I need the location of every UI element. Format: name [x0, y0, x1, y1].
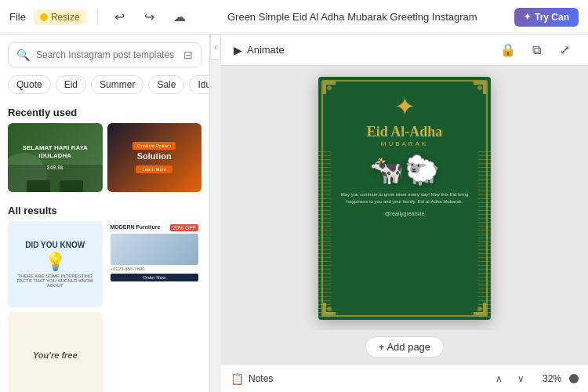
eid-pattern-left — [318, 150, 331, 320]
tag-sale[interactable]: Sale — [148, 75, 184, 94]
zoom-level: 32% — [534, 373, 561, 384]
svg-point-1 — [477, 85, 482, 90]
canvas-toolbar-right: 🔒 ⧉ ⤢ — [497, 39, 575, 61]
search-input[interactable] — [36, 49, 177, 60]
recently-used-grid: SELAMAT HARI RAYA IDULADHA 249.8k Creati… — [0, 123, 209, 200]
bottom-right: ∧ ∨ 32% — [490, 370, 579, 387]
tpl1-title: DID YOU KNOW — [25, 241, 85, 250]
recent-2-label: Creative Pattern — [132, 142, 176, 150]
main-layout: 🔍 ⊟ Quote Eid Summer Sale Idul adh... › … — [0, 34, 588, 392]
search-bar[interactable]: 🔍 ⊟ — [8, 42, 201, 67]
corner-decor-tl — [321, 80, 353, 111]
document-title: Green Simple Eid Al Adha Mubarak Greetin… — [198, 11, 506, 23]
add-page-row: + Add page — [221, 330, 588, 364]
tpl2-header: MODERN Furniture 20% OFF — [111, 224, 199, 231]
filter-icon[interactable]: ⊟ — [183, 49, 193, 61]
resize-button[interactable]: Resize — [34, 9, 86, 25]
eid-title: Eid Al-Adha — [367, 124, 443, 140]
zoom-dot[interactable] — [569, 374, 579, 383]
file-menu[interactable]: File — [9, 11, 26, 23]
topbar: File Resize ↩ ↪ ☁ Green Simple Eid Al Ad… — [0, 0, 588, 34]
tpl2-phone: +0123-456-7890 — [111, 267, 199, 271]
recent-2-solution: Solution — [137, 151, 172, 161]
template-item-3[interactable]: You're free — [8, 312, 103, 392]
recent-1-text: SELAMAT HARI RAYA IDULADHA — [11, 144, 100, 161]
animate-icon: ▶ — [234, 44, 242, 56]
zoom-in-button[interactable]: ∨ — [512, 370, 529, 387]
bottom-bar: 📋 Notes ∧ ∨ 32% — [221, 364, 588, 392]
star-icon: ✦ — [524, 12, 531, 22]
eid-handle: @reallygreatsite — [385, 211, 425, 216]
recent-2-btn[interactable]: Learn More — [136, 165, 172, 173]
undo-icon: ↩ — [114, 9, 125, 24]
notes-button[interactable]: 📋 Notes — [230, 372, 273, 385]
tpl1-subtitle: THERE ARE SOME INTERESTING FACTS THAT YO… — [8, 274, 103, 288]
notes-label: Notes — [249, 373, 273, 384]
tag-summer[interactable]: Summer — [91, 75, 143, 94]
add-page-button[interactable]: + Add page — [365, 336, 444, 358]
undo-button[interactable]: ↩ — [109, 6, 131, 28]
tag-idul[interactable]: Idul adh... — [189, 75, 209, 94]
tpl3-text: You're free — [33, 350, 78, 360]
cloud-icon: ☁ — [173, 9, 186, 24]
recent-item-2[interactable]: Creative Pattern Solution Learn More — [107, 123, 202, 192]
redo-button[interactable]: ↪ — [139, 6, 161, 28]
recent-item-1[interactable]: SELAMAT HARI RAYA IDULADHA 249.8k — [8, 123, 103, 192]
tpl2-discount: 20% OFF — [170, 224, 198, 231]
canvas[interactable]: ✦ Eid Al-Adha MUBARAK 🐄🐑 May you continu… — [221, 66, 588, 330]
animate-label: Animate — [247, 44, 285, 56]
lock-icon[interactable]: 🔒 — [497, 39, 519, 61]
tpl2-btn[interactable]: Order Now — [111, 274, 199, 281]
eid-star-icon: ✦ — [394, 94, 416, 119]
tpl2-title: MODERN Furniture — [111, 224, 161, 230]
tpl2-top: MODERN Furniture 20% OFF +0123-456-7890 … — [107, 221, 202, 307]
tag-quote[interactable]: Quote — [8, 75, 51, 94]
recently-used-label: Recently used — [0, 102, 209, 123]
tags-row: Quote Eid Summer Sale Idul adh... › — [0, 75, 209, 102]
corner-decor-tr — [456, 80, 488, 111]
recent-1-price: 249.8k — [11, 164, 100, 171]
resize-label: Resize — [51, 12, 80, 23]
tag-eid[interactable]: Eid — [56, 75, 86, 94]
eid-body: May you continue to grow wiser every day… — [318, 187, 491, 206]
tpl2-image — [111, 234, 199, 265]
duplicate-icon[interactable]: ⧉ — [525, 39, 547, 61]
resize-dot — [40, 13, 48, 21]
search-icon: 🔍 — [16, 49, 30, 61]
svg-point-0 — [327, 85, 332, 90]
canvas-toolbar: ▶ Animate 🔒 ⧉ ⤢ — [221, 34, 588, 66]
zoom-out-button[interactable]: ∧ — [490, 370, 507, 387]
topbar-divider — [97, 9, 98, 25]
canvas-area: ▶ Animate 🔒 ⧉ ⤢ — [221, 34, 588, 392]
notes-icon: 📋 — [230, 372, 244, 385]
tpl1-bulb-icon: 💡 — [45, 252, 66, 272]
results-grid: DID YOU KNOW 💡 THERE ARE SOME INTERESTIN… — [0, 221, 209, 392]
eid-card: ✦ Eid Al-Adha MUBARAK 🐄🐑 May you continu… — [318, 77, 491, 320]
redo-icon: ↪ — [144, 9, 154, 24]
eid-animals-icon: 🐄🐑 — [369, 154, 440, 187]
eid-pattern-right — [478, 150, 491, 320]
try-canva-button[interactable]: ✦ Try Can — [514, 8, 579, 27]
left-panel: 🔍 ⊟ Quote Eid Summer Sale Idul adh... › … — [0, 34, 210, 392]
share-button[interactable]: ☁ — [169, 6, 191, 28]
template-item-2[interactable]: MODERN Furniture 20% OFF +0123-456-7890 … — [107, 221, 202, 307]
try-canva-label: Try Can — [535, 12, 569, 23]
all-results-label: All results — [0, 200, 209, 221]
animate-button[interactable]: ▶ Animate — [234, 44, 285, 56]
template-item-1[interactable]: DID YOU KNOW 💡 THERE ARE SOME INTERESTIN… — [8, 221, 103, 307]
more-options-icon[interactable]: ⤢ — [554, 39, 575, 61]
panel-collapse-handle[interactable]: ‹ — [210, 34, 221, 60]
eid-subtitle: MUBARAK — [381, 140, 429, 147]
